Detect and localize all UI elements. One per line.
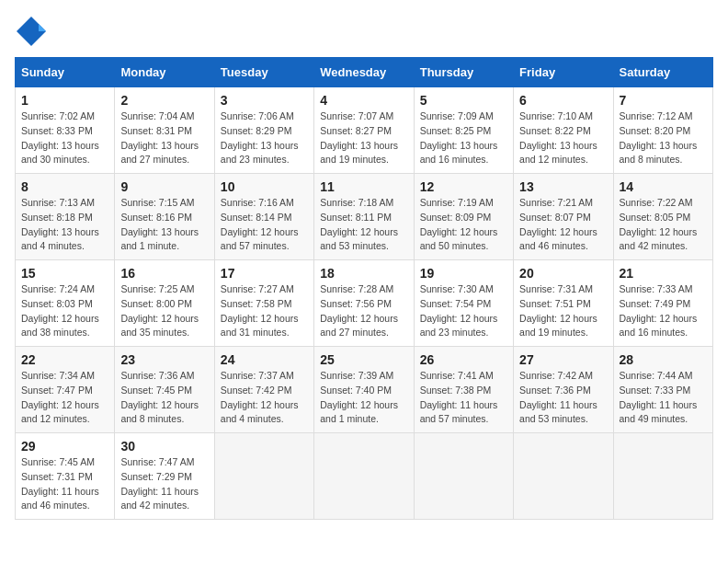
calendar-cell: 11 Sunrise: 7:18 AMSunset: 8:11 PMDaylig… — [314, 174, 414, 260]
day-number: 13 — [519, 179, 607, 194]
day-detail: Sunrise: 7:33 AMSunset: 7:49 PMDaylight:… — [620, 283, 698, 338]
calendar-cell: 13 Sunrise: 7:21 AMSunset: 8:07 PMDaylig… — [514, 174, 613, 260]
day-detail: Sunrise: 7:22 AMSunset: 8:05 PMDaylight:… — [620, 197, 698, 251]
calendar-table: Sunday Monday Tuesday Wednesday Thursday… — [15, 57, 713, 520]
day-detail: Sunrise: 7:27 AMSunset: 7:58 PMDaylight:… — [221, 283, 299, 338]
day-detail: Sunrise: 7:28 AMSunset: 7:56 PMDaylight:… — [320, 283, 398, 338]
day-number: 30 — [120, 439, 208, 454]
calendar-cell: 22 Sunrise: 7:34 AMSunset: 7:47 PMDaylig… — [16, 347, 115, 433]
col-thursday: Thursday — [414, 58, 513, 87]
calendar-cell: 7 Sunrise: 7:12 AMSunset: 8:20 PMDayligh… — [613, 87, 712, 174]
day-detail: Sunrise: 7:37 AMSunset: 7:42 PMDaylight:… — [221, 370, 299, 424]
calendar-cell: 3 Sunrise: 7:06 AMSunset: 8:29 PMDayligh… — [214, 87, 313, 174]
calendar-cell: 30 Sunrise: 7:47 AMSunset: 7:29 PMDaylig… — [115, 433, 214, 520]
calendar-cell: 14 Sunrise: 7:22 AMSunset: 8:05 PMDaylig… — [613, 174, 712, 260]
logo — [15, 15, 51, 48]
day-number: 14 — [620, 179, 707, 194]
day-number: 23 — [120, 352, 208, 367]
day-detail: Sunrise: 7:19 AMSunset: 8:09 PMDaylight:… — [420, 197, 498, 251]
day-detail: Sunrise: 7:45 AMSunset: 7:31 PMDaylight:… — [21, 456, 99, 511]
calendar-cell: 19 Sunrise: 7:30 AMSunset: 7:54 PMDaylig… — [414, 260, 513, 347]
calendar-cell: 26 Sunrise: 7:41 AMSunset: 7:38 PMDaylig… — [414, 347, 513, 433]
day-detail: Sunrise: 7:41 AMSunset: 7:38 PMDaylight:… — [420, 370, 498, 424]
calendar-cell: 12 Sunrise: 7:19 AMSunset: 8:09 PMDaylig… — [414, 174, 513, 260]
day-detail: Sunrise: 7:31 AMSunset: 7:51 PMDaylight:… — [519, 283, 597, 338]
day-detail: Sunrise: 7:09 AMSunset: 8:25 PMDaylight:… — [420, 110, 498, 165]
day-number: 22 — [21, 352, 108, 367]
calendar-cell: 9 Sunrise: 7:15 AMSunset: 8:16 PMDayligh… — [115, 174, 214, 260]
calendar-cell: 23 Sunrise: 7:36 AMSunset: 7:45 PMDaylig… — [115, 347, 214, 433]
calendar-cell: 8 Sunrise: 7:13 AMSunset: 8:18 PMDayligh… — [16, 174, 115, 260]
day-detail: Sunrise: 7:24 AMSunset: 8:03 PMDaylight:… — [21, 283, 99, 338]
day-number: 11 — [320, 179, 407, 194]
col-wednesday: Wednesday — [314, 58, 414, 87]
col-friday: Friday — [514, 58, 613, 87]
calendar-cell: 20 Sunrise: 7:31 AMSunset: 7:51 PMDaylig… — [514, 260, 613, 347]
calendar-cell: 17 Sunrise: 7:27 AMSunset: 7:58 PMDaylig… — [214, 260, 313, 347]
calendar-cell: 1 Sunrise: 7:02 AMSunset: 8:33 PMDayligh… — [16, 87, 115, 174]
day-detail: Sunrise: 7:07 AMSunset: 8:27 PMDaylight:… — [320, 110, 398, 165]
day-detail: Sunrise: 7:36 AMSunset: 7:45 PMDaylight:… — [120, 370, 199, 424]
calendar-cell — [314, 433, 414, 520]
day-number: 19 — [420, 266, 507, 281]
day-number: 10 — [221, 179, 308, 194]
day-detail: Sunrise: 7:12 AMSunset: 8:20 PMDaylight:… — [620, 110, 698, 165]
logo-icon — [15, 15, 48, 48]
calendar-cell: 28 Sunrise: 7:44 AMSunset: 7:33 PMDaylig… — [613, 347, 712, 433]
day-number: 20 — [519, 266, 607, 281]
calendar-cell: 16 Sunrise: 7:25 AMSunset: 8:00 PMDaylig… — [115, 260, 214, 347]
day-number: 25 — [320, 352, 407, 367]
day-detail: Sunrise: 7:30 AMSunset: 7:54 PMDaylight:… — [420, 283, 498, 338]
day-number: 5 — [420, 93, 507, 108]
day-number: 7 — [620, 93, 707, 108]
day-detail: Sunrise: 7:04 AMSunset: 8:31 PMDaylight:… — [120, 110, 199, 165]
day-detail: Sunrise: 7:21 AMSunset: 8:07 PMDaylight:… — [519, 197, 597, 251]
header — [15, 15, 713, 48]
day-detail: Sunrise: 7:44 AMSunset: 7:33 PMDaylight:… — [620, 370, 698, 424]
calendar-cell: 24 Sunrise: 7:37 AMSunset: 7:42 PMDaylig… — [214, 347, 313, 433]
calendar-cell: 29 Sunrise: 7:45 AMSunset: 7:31 PMDaylig… — [16, 433, 115, 520]
calendar-cell — [414, 433, 513, 520]
calendar-cell: 18 Sunrise: 7:28 AMSunset: 7:56 PMDaylig… — [314, 260, 414, 347]
day-number: 2 — [120, 93, 208, 108]
day-number: 4 — [320, 93, 407, 108]
day-number: 21 — [620, 266, 707, 281]
header-row: Sunday Monday Tuesday Wednesday Thursday… — [16, 58, 713, 87]
day-number: 1 — [21, 93, 108, 108]
week-row-2: 8 Sunrise: 7:13 AMSunset: 8:18 PMDayligh… — [16, 174, 713, 260]
day-number: 12 — [420, 179, 507, 194]
calendar-cell: 4 Sunrise: 7:07 AMSunset: 8:27 PMDayligh… — [314, 87, 414, 174]
calendar-cell: 25 Sunrise: 7:39 AMSunset: 7:40 PMDaylig… — [314, 347, 414, 433]
day-number: 8 — [21, 179, 108, 194]
day-detail: Sunrise: 7:18 AMSunset: 8:11 PMDaylight:… — [320, 197, 398, 251]
day-detail: Sunrise: 7:47 AMSunset: 7:29 PMDaylight:… — [120, 456, 199, 511]
calendar-body: 1 Sunrise: 7:02 AMSunset: 8:33 PMDayligh… — [16, 87, 713, 520]
day-detail: Sunrise: 7:10 AMSunset: 8:22 PMDaylight:… — [519, 110, 597, 165]
day-detail: Sunrise: 7:34 AMSunset: 7:47 PMDaylight:… — [21, 370, 99, 424]
week-row-1: 1 Sunrise: 7:02 AMSunset: 8:33 PMDayligh… — [16, 87, 713, 174]
calendar-cell — [214, 433, 313, 520]
calendar-cell: 27 Sunrise: 7:42 AMSunset: 7:36 PMDaylig… — [514, 347, 613, 433]
day-number: 18 — [320, 266, 407, 281]
day-detail: Sunrise: 7:02 AMSunset: 8:33 PMDaylight:… — [21, 110, 99, 165]
day-number: 26 — [420, 352, 507, 367]
calendar-cell — [613, 433, 712, 520]
col-tuesday: Tuesday — [214, 58, 313, 87]
calendar-cell: 15 Sunrise: 7:24 AMSunset: 8:03 PMDaylig… — [16, 260, 115, 347]
day-number: 24 — [221, 352, 308, 367]
day-detail: Sunrise: 7:06 AMSunset: 8:29 PMDaylight:… — [221, 110, 299, 165]
col-monday: Monday — [115, 58, 214, 87]
calendar-cell: 5 Sunrise: 7:09 AMSunset: 8:25 PMDayligh… — [414, 87, 513, 174]
day-detail: Sunrise: 7:13 AMSunset: 8:18 PMDaylight:… — [21, 197, 99, 251]
day-number: 15 — [21, 266, 108, 281]
day-number: 29 — [21, 439, 108, 454]
day-number: 3 — [221, 93, 308, 108]
calendar-cell: 6 Sunrise: 7:10 AMSunset: 8:22 PMDayligh… — [514, 87, 613, 174]
col-saturday: Saturday — [613, 58, 712, 87]
day-number: 6 — [519, 93, 607, 108]
calendar-cell: 21 Sunrise: 7:33 AMSunset: 7:49 PMDaylig… — [613, 260, 712, 347]
calendar-cell: 2 Sunrise: 7:04 AMSunset: 8:31 PMDayligh… — [115, 87, 214, 174]
day-detail: Sunrise: 7:39 AMSunset: 7:40 PMDaylight:… — [320, 370, 398, 424]
week-row-3: 15 Sunrise: 7:24 AMSunset: 8:03 PMDaylig… — [16, 260, 713, 347]
col-sunday: Sunday — [16, 58, 115, 87]
